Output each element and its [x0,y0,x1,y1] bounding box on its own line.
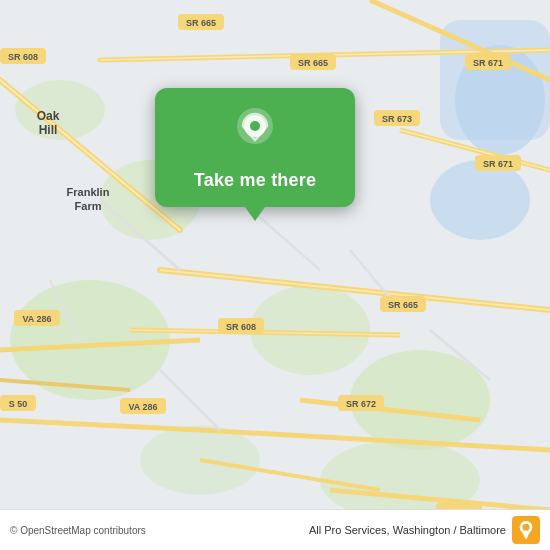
svg-text:SR 665: SR 665 [298,58,328,68]
svg-text:SR 608: SR 608 [226,322,256,332]
app-info: All Pro Services, Washington / Baltimore [309,516,540,544]
svg-text:SR 671: SR 671 [473,58,503,68]
map-background: SR 665 SR 665 SR 673 SR 671 SR 671 SR 60… [0,0,550,550]
map-container: SR 665 SR 665 SR 673 SR 671 SR 671 SR 60… [0,0,550,550]
svg-text:Hill: Hill [39,123,58,137]
bottom-bar: © OpenStreetMap contributors All Pro Ser… [0,509,550,550]
popup-card[interactable]: Take me there [155,88,355,207]
svg-text:SR 665: SR 665 [186,18,216,28]
svg-text:SR 673: SR 673 [382,114,412,124]
svg-text:SR 672: SR 672 [346,399,376,409]
svg-point-72 [523,524,530,531]
svg-text:SR 608: SR 608 [8,52,38,62]
moovit-logo [512,516,540,544]
moovit-icon [512,516,540,544]
svg-point-3 [250,285,370,375]
location-icon-wrap [229,106,281,158]
svg-text:Franklin: Franklin [67,186,110,198]
attribution: © OpenStreetMap contributors [10,525,146,536]
svg-text:Oak: Oak [37,109,60,123]
take-me-there-button[interactable]: Take me there [194,170,316,191]
svg-text:S 50: S 50 [9,399,28,409]
svg-text:VA 286: VA 286 [128,402,157,412]
svg-text:Farm: Farm [75,200,102,212]
svg-text:SR 671: SR 671 [483,159,513,169]
app-name: All Pro Services, Washington / Baltimore [309,524,506,536]
location-pin-icon [233,106,277,158]
svg-point-5 [430,160,530,240]
svg-text:VA 286: VA 286 [22,314,51,324]
svg-point-69 [250,121,260,131]
svg-text:SR 665: SR 665 [388,300,418,310]
